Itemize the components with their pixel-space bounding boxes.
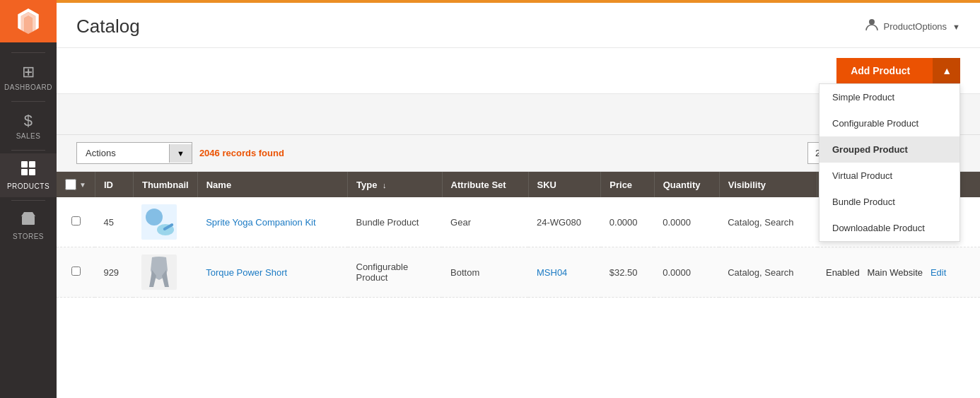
svg-rect-1 [29,161,35,168]
table-row: 929 Torque Power Short Conf [57,247,980,298]
user-label[interactable]: ProductOptions [884,21,947,32]
row-thumbnail-1 [133,197,197,247]
actions-select[interactable]: Actions [77,143,169,163]
sidebar-item-sales[interactable]: $ Sales [0,105,57,147]
product-name-link-2[interactable]: Torque Power Short [206,267,287,278]
actions-select-wrapper: Actions ▼ [76,142,192,164]
th-sku: SKU [528,172,601,197]
dashboard-icon: ⊞ [22,63,35,81]
dropdown-item-bundle[interactable]: Bundle Product [819,189,959,215]
checkbox-dropdown-arrow[interactable]: ▼ [79,181,86,189]
sidebar: ⊞ Dashboard $ Sales Products Stores [0,0,57,398]
row-attribute-set-1: Gear [442,197,528,247]
status-enabled: Enabled [826,267,860,278]
sidebar-item-label-stores: Stores [13,233,44,240]
sales-icon: $ [24,112,33,130]
row-attribute-set-2: Bottom [442,247,528,298]
dropdown-item-downloadable[interactable]: Downloadable Product [819,215,959,241]
sidebar-divider-3 [11,150,45,151]
sidebar-item-label-dashboard: Dashboard [4,83,52,91]
sidebar-item-dashboard[interactable]: ⊞ Dashboard [0,56,57,98]
row-quantity-2: 0.0000 [654,247,719,298]
th-price: Price [601,172,654,197]
row-id-2: 929 [95,247,133,298]
dropdown-item-virtual[interactable]: Virtual Product [819,163,959,189]
sidebar-divider-2 [11,101,45,102]
row-thumbnail-2 [133,247,197,298]
add-product-label: Add Product [851,65,918,76]
svg-rect-0 [21,161,28,168]
sort-icon-type: ↓ [383,181,387,189]
sidebar-item-label-sales: Sales [16,132,41,140]
svg-point-8 [146,209,163,226]
sidebar-item-stores[interactable]: Stores [0,204,57,247]
add-product-wrapper: Add Product ▲ Simple Product Configurabl… [836,58,960,83]
actions-dropdown-button[interactable]: ▼ [169,144,192,163]
page-title: Catalog [76,16,140,37]
th-checkbox: ▼ [57,172,95,197]
row-checkbox-cell-1 [57,197,95,247]
svg-rect-2 [21,169,28,175]
dropdown-item-grouped[interactable]: Grouped Product [819,136,959,163]
dropdown-item-simple[interactable]: Simple Product [819,84,959,110]
page-header: Catalog ProductOptions ▼ [57,3,980,48]
row-checkbox-2[interactable] [71,267,81,276]
th-type[interactable]: Type ↓ [348,172,443,197]
row-sku-1: 24-WG080 [528,197,601,247]
products-icon [21,160,36,180]
add-product-dropdown-menu: Simple Product Configurable Product Grou… [819,83,960,242]
th-visibility: Visibility [719,172,817,197]
th-quantity: Quantity [654,172,719,197]
row-type-1: Bundle Product [348,197,443,247]
website-label: Main Website [868,267,923,278]
row-id-1: 45 [95,197,133,247]
header-right: ProductOptions ▼ [865,18,961,35]
svg-rect-4 [22,216,35,225]
row-sku-2: MSH04 [528,247,601,298]
row-price-2: $32.50 [601,247,654,298]
records-found: 2046 records found [199,148,284,158]
edit-link-2[interactable]: Edit [931,267,946,278]
row-name-2: Torque Power Short [197,247,347,298]
sidebar-item-label-products: Products [7,182,49,190]
sidebar-divider-4 [11,200,45,201]
row-visibility-2: Catalog, Search [719,247,817,298]
select-all-checkbox[interactable] [65,179,76,190]
sidebar-divider-1 [11,52,45,53]
add-product-button[interactable]: Add Product [836,58,933,83]
row-name-1: Sprite Yoga Companion Kit [197,197,347,247]
main-content: Catalog ProductOptions ▼ Add Product ▲ [57,0,980,398]
add-product-dropdown-button[interactable]: ▲ [933,58,960,83]
toolbar-right: Add Product ▲ Simple Product Configurabl… [836,58,960,83]
thumbnail-image-2 [141,254,177,290]
actions-left: Actions ▼ 2046 records found [76,142,284,164]
row-visibility-1: Catalog, Search [719,197,817,247]
svg-point-5 [869,19,875,25]
add-product-arrow: ▲ [942,65,952,76]
row-quantity-1: 0.0000 [654,197,719,247]
magento-logo[interactable] [0,0,57,42]
stores-icon [21,211,36,230]
row-status-2: Enabled Main Website Edit [817,247,980,298]
th-name: Name [197,172,347,197]
row-checkbox-cell-2 [57,247,95,298]
toolbar: Add Product ▲ Simple Product Configurabl… [57,48,980,94]
user-icon [865,18,878,35]
th-attribute-set: Attribute Set [442,172,528,197]
user-dropdown-arrow[interactable]: ▼ [952,23,960,31]
th-id: ID [95,172,133,197]
row-price-1: 0.0000 [601,197,654,247]
row-type-2: ConfigurableProduct [348,247,443,298]
product-name-link-1[interactable]: Sprite Yoga Companion Kit [206,217,315,228]
svg-rect-3 [29,169,35,175]
dropdown-item-configurable[interactable]: Configurable Product [819,110,959,136]
th-thumbnail: Thumbnail [133,172,197,197]
thumbnail-image-1 [141,204,177,240]
sidebar-item-products[interactable]: Products [0,153,57,197]
row-checkbox-1[interactable] [71,216,81,226]
